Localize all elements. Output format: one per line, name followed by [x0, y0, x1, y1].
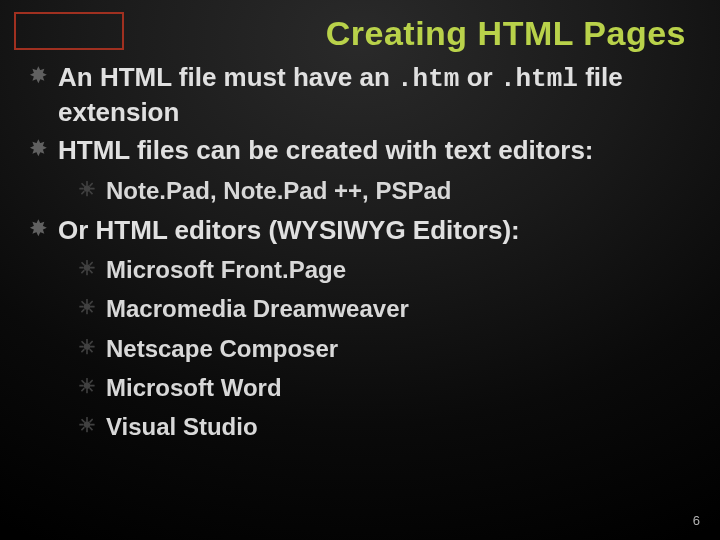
- bullet-text: An HTML file must have an: [58, 62, 397, 92]
- sub-bullet-item: Note.Pad, Note.Pad ++, PSPad: [78, 175, 696, 206]
- sub-bullet-item: Macromedia Dreamweaver: [78, 293, 696, 324]
- sub-bullet-list: Note.Pad, Note.Pad ++, PSPad: [58, 175, 696, 206]
- bullet-text: or: [459, 62, 499, 92]
- sub-bullet-item: Microsoft Word: [78, 372, 696, 403]
- placeholder-box: [14, 12, 124, 50]
- page-number: 6: [693, 513, 700, 528]
- code-text: .html: [500, 64, 578, 94]
- sub-bullet-list: Microsoft Front.Page Macromedia Dreamwea…: [58, 254, 696, 442]
- bullet-text: Or HTML editors (WYSIWYG Editors):: [58, 215, 520, 245]
- bullet-list: An HTML file must have an .htm or .html …: [24, 61, 696, 442]
- bullet-text: HTML files can be created with text edit…: [58, 135, 594, 165]
- bullet-item: An HTML file must have an .htm or .html …: [30, 61, 696, 128]
- sub-bullet-item: Visual Studio: [78, 411, 696, 442]
- bullet-text: Note.Pad, Note.Pad ++, PSPad: [106, 177, 451, 204]
- bullet-item: HTML files can be created with text edit…: [30, 134, 696, 206]
- bullet-text: Microsoft Front.Page: [106, 256, 346, 283]
- bullet-item: Or HTML editors (WYSIWYG Editors): Micro…: [30, 214, 696, 442]
- bullet-text: Microsoft Word: [106, 374, 282, 401]
- sub-bullet-item: Netscape Composer: [78, 333, 696, 364]
- sub-bullet-item: Microsoft Front.Page: [78, 254, 696, 285]
- bullet-text: Netscape Composer: [106, 335, 338, 362]
- bullet-text: Visual Studio: [106, 413, 258, 440]
- bullet-text: Macromedia Dreamweaver: [106, 295, 409, 322]
- slide: Creating HTML Pages An HTML file must ha…: [0, 0, 720, 540]
- code-text: .htm: [397, 64, 459, 94]
